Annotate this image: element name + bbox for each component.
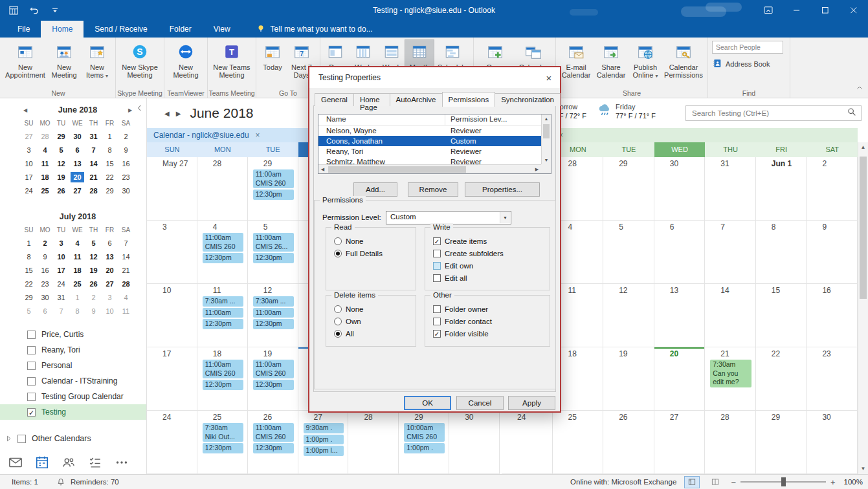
permission-row-coons-jonathan[interactable]: Coons, JonathanCustom <box>318 136 551 146</box>
calendar-checkbox[interactable] <box>27 377 36 386</box>
calendar-checkbox[interactable] <box>27 346 36 354</box>
permission-row-reany-tori[interactable]: Reany, ToriReviewer <box>318 146 551 157</box>
reading-view-button[interactable] <box>707 476 723 488</box>
mini-day[interactable]: 25 <box>69 277 85 291</box>
day-cell[interactable]: 3 <box>147 221 197 284</box>
calendar-list-item-personal[interactable]: Personal <box>0 358 146 373</box>
event-chip[interactable]: 12:30pm <box>203 380 243 390</box>
ribbon-button-new-skype-meeting[interactable]: SNew Skype Meeting <box>118 39 161 82</box>
mini-day[interactable]: 18 <box>69 264 85 277</box>
ribbon-button-new-appointment[interactable]: New Appointment <box>4 39 47 82</box>
mini-day[interactable]: 5 <box>53 144 69 157</box>
day-cell[interactable]: 30 <box>807 411 858 474</box>
none-radio[interactable] <box>334 305 342 313</box>
back-arrow-icon[interactable]: ◀ <box>161 108 173 119</box>
mini-day[interactable]: 23 <box>37 277 53 291</box>
calendar-icon[interactable] <box>35 455 49 470</box>
mini-day[interactable]: 10 <box>21 157 37 171</box>
mini-day[interactable]: 17 <box>21 171 37 184</box>
day-cell[interactable]: 20 <box>654 347 706 411</box>
day-cell[interactable]: 5 <box>603 221 654 284</box>
vertical-scrollbar[interactable]: ▲ ▼ <box>858 142 868 474</box>
day-cell[interactable]: 30 <box>449 411 500 474</box>
mini-day[interactable]: 4 <box>118 291 134 305</box>
mini-day[interactable]: 20 <box>102 264 118 277</box>
mini-day[interactable]: 5 <box>85 237 102 250</box>
mini-day[interactable]: 3 <box>102 291 118 305</box>
weather-tile-friday[interactable]: Friday77° F / 71° F <box>597 103 656 121</box>
event-chip[interactable]: 9:30am . <box>304 423 344 433</box>
day-cell[interactable]: 7 <box>705 221 756 284</box>
mini-day[interactable]: 12 <box>85 250 102 264</box>
search-people-input[interactable] <box>712 41 783 54</box>
people-icon[interactable] <box>61 455 76 470</box>
event-chip[interactable]: 11:00am CMIS 260 <box>253 360 294 378</box>
scrollbar-thumb[interactable] <box>860 157 867 299</box>
forward-arrow-icon[interactable]: ▶ <box>173 108 184 119</box>
permission-level-dropdown[interactable]: Custom ▼ <box>386 211 511 224</box>
ribbon-tab-folder[interactable]: Folder <box>159 21 203 38</box>
name-column-header[interactable]: Name <box>318 114 445 125</box>
dialog-tab-permissions[interactable]: Permissions <box>442 92 496 107</box>
mini-day[interactable]: 14 <box>118 250 134 264</box>
search-input[interactable] <box>692 109 847 117</box>
mini-day[interactable]: 30 <box>37 291 53 305</box>
tasks-icon[interactable] <box>88 455 102 470</box>
apply-button[interactable]: Apply <box>508 396 555 410</box>
folder-visible-option[interactable]: ✓Folder visible <box>433 329 550 338</box>
mini-day[interactable]: 31 <box>85 130 102 144</box>
event-chip[interactable]: 7:30am Niki Out... <box>203 423 243 442</box>
create-subfolders-checkbox[interactable] <box>433 250 441 257</box>
day-cell[interactable]: 2 <box>807 157 858 221</box>
day-cell[interactable]: 14 <box>705 284 756 347</box>
mini-day[interactable]: 16 <box>37 264 53 277</box>
address-book-button[interactable]: Address Book <box>712 58 786 70</box>
mini-day[interactable]: 26 <box>85 277 102 291</box>
customize-quick-access-icon[interactable] <box>48 3 62 17</box>
dialog-tab-autoarchive[interactable]: AutoArchive <box>390 93 443 106</box>
day-cell[interactable]: 25 <box>553 411 604 474</box>
scroll-down-icon[interactable]: ▼ <box>542 156 551 164</box>
day-cell[interactable]: 22 <box>756 347 807 411</box>
send-receive-icon[interactable] <box>6 3 21 17</box>
zoom-out-icon[interactable]: − <box>731 477 736 487</box>
mini-day[interactable]: 23 <box>118 171 134 184</box>
ribbon-tab-file[interactable]: File <box>6 21 41 38</box>
event-chip[interactable]: 1:00pm . <box>304 435 344 445</box>
event-chip[interactable]: 11:00am CMIS 26... <box>253 233 294 252</box>
day-cell[interactable]: 217:30am Can you edit me? <box>705 347 756 411</box>
list-horizontal-scrollbar[interactable]: ◀ ▶ <box>318 164 541 173</box>
scroll-up-icon[interactable]: ▲ <box>858 142 868 153</box>
mini-day[interactable]: 1 <box>21 237 37 250</box>
mini-day[interactable]: 3 <box>21 144 37 157</box>
folder-owner-option[interactable]: Folder owner <box>433 305 550 313</box>
create-subfolders-option[interactable]: Create subfolders <box>433 249 550 257</box>
event-chip[interactable]: 11:00am CMIS 260 <box>253 423 294 442</box>
permission-level-column-header[interactable]: Permission Lev... <box>445 114 551 125</box>
dialog-tab-home-page[interactable]: Home Page <box>353 93 390 106</box>
mini-day[interactable]: 8 <box>21 250 37 264</box>
day-cell[interactable]: 117:30am ...11:00am12:30pm <box>197 284 248 347</box>
mini-day[interactable]: 29 <box>21 291 37 305</box>
calendar-checkbox[interactable] <box>27 362 36 370</box>
mini-day[interactable]: 9 <box>118 144 134 157</box>
day-cell[interactable]: Jun 1 <box>756 157 807 221</box>
folder-contact-checkbox[interactable] <box>433 318 441 325</box>
day-cell[interactable]: 2911:00am CMIS 26012:30pm <box>248 157 298 221</box>
own-radio[interactable] <box>334 318 342 325</box>
mini-day[interactable]: 24 <box>53 277 69 291</box>
day-cell[interactable]: 15 <box>756 284 807 347</box>
ribbon-button-new-items[interactable]: New Items ▾ <box>82 39 113 82</box>
day-cell[interactable]: 411:00am CMIS 26012:30pm <box>197 221 248 284</box>
ribbon-button-calendar-permissions[interactable]: Calendar Permissions <box>662 39 705 82</box>
day-cell[interactable]: 28 <box>197 157 248 221</box>
mini-day[interactable]: 19 <box>85 264 102 277</box>
mini-day[interactable]: 31 <box>53 291 69 305</box>
mini-day[interactable]: 21 <box>118 264 134 277</box>
calendar-list-item-price-curtis[interactable]: Price, Curtis <box>0 327 146 342</box>
properties-button[interactable]: Properties... <box>465 182 540 197</box>
day-cell[interactable]: 257:30am Niki Out...12:30pm <box>197 411 248 474</box>
mini-day[interactable]: 15 <box>102 157 118 171</box>
next-month-arrow[interactable]: ▶ <box>126 107 135 113</box>
mini-day[interactable]: 28 <box>118 277 134 291</box>
